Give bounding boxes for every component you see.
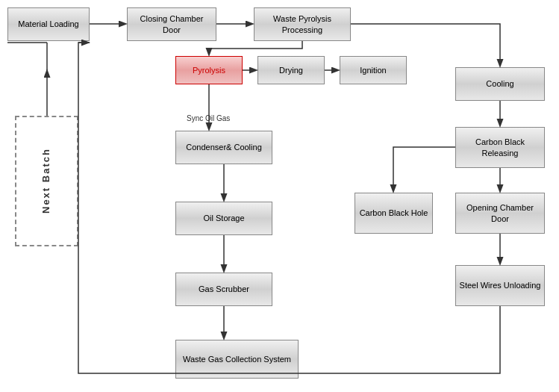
pyrolysis-box: Pyrolysis <box>175 56 243 84</box>
sync-oil-gas-label: Sync Oil Gas <box>187 114 230 122</box>
ignition-box: Ignition <box>340 56 407 84</box>
steel-wires-box: Steel Wires Unloading <box>455 265 545 306</box>
oil-storage-box: Oil Storage <box>175 202 272 235</box>
closing-chamber-box: Closing Chamber Door <box>127 7 216 41</box>
carbon-black-hole-box: Carbon Black Hole <box>355 193 433 234</box>
waste-gas-box: Waste Gas Collection System <box>175 340 299 379</box>
opening-chamber-box: Opening Chamber Door <box>455 193 545 234</box>
material-loading-box: Material Loading <box>7 7 90 41</box>
drying-box: Drying <box>257 56 325 84</box>
cooling-box: Cooling <box>455 67 545 101</box>
process-diagram: Material Loading Closing Chamber Door Wa… <box>0 0 559 392</box>
carbon-black-releasing-box: Carbon Black Releasing <box>455 127 545 168</box>
gas-scrubber-box: Gas Scrubber <box>175 273 272 306</box>
waste-pyrolysis-box: Waste Pyrolysis Processing <box>254 7 351 41</box>
next-batch-box: Next Batch <box>15 116 78 246</box>
condenser-box: Condenser& Cooling <box>175 131 272 164</box>
